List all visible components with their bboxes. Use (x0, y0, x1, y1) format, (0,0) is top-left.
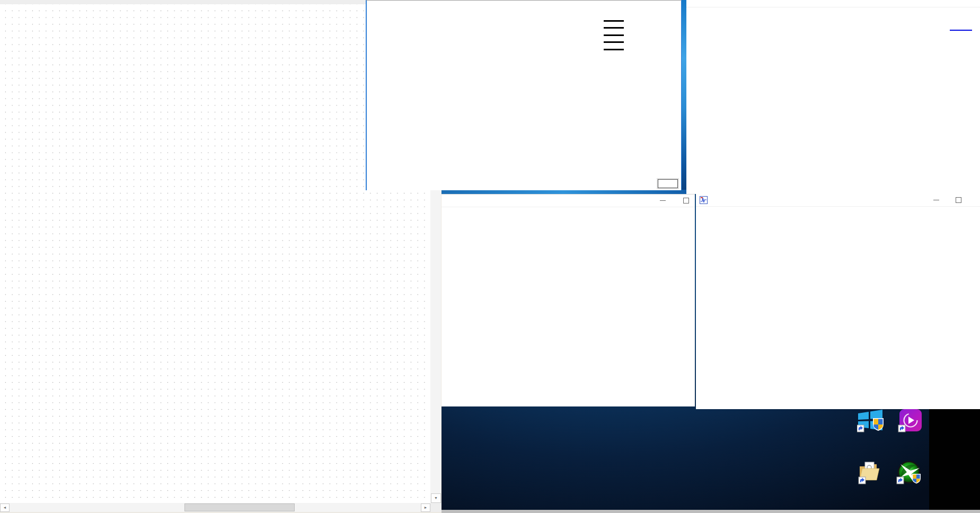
shortcut-arrow-icon (857, 425, 864, 432)
legend-swatch (950, 30, 972, 31)
norton-folder-icon (856, 461, 884, 484)
screen-black-region (929, 408, 980, 510)
screen: ▲ ▼ ◄ ► (0, 0, 980, 513)
desktop-icon-telia-play[interactable] (888, 409, 932, 432)
impulse-response-chart (696, 194, 980, 395)
desktop-icon-windows-upgrade[interactable] (849, 409, 893, 432)
impedance-window (442, 194, 695, 406)
scroll-down-button[interactable]: ▼ (431, 493, 441, 503)
legend-item (604, 31, 626, 39)
desktop-icon-msi-afterburner[interactable] (887, 461, 932, 484)
chart-legend (604, 17, 626, 53)
windows-upgrade-icon (857, 409, 885, 432)
step-response-window (686, 0, 980, 194)
frequency-response-chart (367, 1, 679, 190)
hold-button[interactable] (658, 179, 678, 188)
impedance-chart (442, 194, 695, 394)
legend-item (604, 24, 626, 32)
scroll-left-button[interactable]: ◄ (0, 503, 10, 512)
legend-swatch (604, 34, 624, 36)
telia-play-icon (896, 409, 924, 432)
horizontal-scrollbar-thumb[interactable] (184, 503, 295, 511)
scroll-right-button[interactable]: ► (421, 503, 430, 512)
legend-fragment (950, 26, 972, 33)
shortcut-arrow-icon (859, 477, 866, 484)
legend-item (604, 17, 626, 24)
legend-swatch (604, 41, 624, 43)
frequency-response-window (366, 0, 682, 190)
legend-item (604, 39, 626, 46)
legend-item (604, 46, 626, 53)
desktop-icon-norton-install[interactable] (847, 461, 892, 484)
shortcut-arrow-icon (898, 425, 905, 432)
screen-bottom-strip (442, 510, 980, 513)
legend-swatch (604, 49, 624, 50)
scrollbar-corner (430, 503, 442, 512)
step-response-chart (686, 0, 980, 181)
legend-swatch (604, 27, 624, 29)
impulse-response-window (696, 194, 980, 409)
legend-swatch (604, 20, 624, 22)
shortcut-arrow-icon (897, 477, 904, 484)
msi-afterburner-icon (896, 461, 923, 484)
horizontal-scrollbar[interactable]: ◄ ► (0, 503, 430, 512)
